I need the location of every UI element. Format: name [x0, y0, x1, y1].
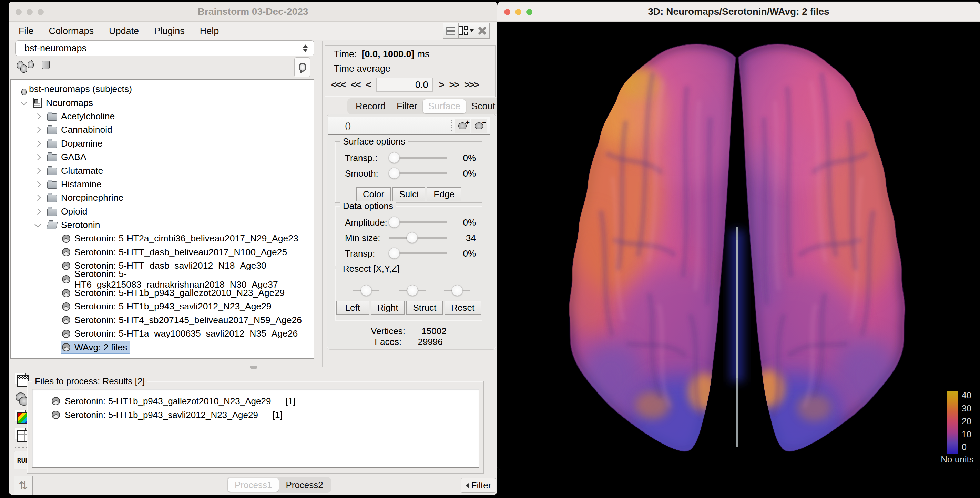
remove-surface-button[interactable]: −	[471, 119, 487, 133]
panel-divider[interactable]	[322, 41, 323, 367]
data-option-slider[interactable]	[389, 237, 447, 239]
horizontal-splitter[interactable]	[9, 364, 497, 369]
close-window-button[interactable]	[16, 9, 22, 15]
zoom-window-button[interactable]	[526, 9, 532, 15]
filter-button[interactable]: Filter	[461, 478, 496, 493]
surface-option-slider[interactable]	[389, 172, 447, 174]
time-back-button[interactable]: <<<	[331, 80, 345, 90]
data-option-slider[interactable]	[389, 222, 447, 223]
reset-button[interactable]: Reset	[444, 301, 481, 314]
tree-item[interactable]: GABA	[11, 150, 314, 164]
tab-surface[interactable]: Surface	[423, 99, 466, 113]
minimize-window-button[interactable]	[27, 9, 33, 15]
close-all-figures-button[interactable]	[474, 23, 490, 38]
window-layout-button[interactable]	[458, 23, 474, 38]
struct-button[interactable]: Struct	[406, 301, 443, 314]
brain-3d-render[interactable]	[539, 34, 935, 455]
chevron-right-icon[interactable]	[35, 140, 41, 147]
tree-item[interactable]: Serotonin	[11, 218, 314, 232]
chevron-right-icon[interactable]	[35, 208, 41, 214]
add-surface-button[interactable]: +	[455, 119, 470, 133]
menu-update[interactable]: Update	[109, 26, 139, 37]
chevron-right-icon[interactable]	[35, 154, 41, 160]
tree-item[interactable]: Opioid	[11, 205, 314, 218]
figure-titlebar[interactable]: 3D: Neuromaps/Serotonin/WAvg: 2 files	[497, 2, 980, 22]
tree-item[interactable]: WAvg: 2 files	[11, 340, 314, 354]
slider-knob-icon[interactable]	[452, 285, 463, 296]
chevron-right-icon[interactable]	[35, 168, 41, 174]
figure-list-button[interactable]	[443, 23, 459, 38]
tree-item[interactable]: Acetylcholine	[11, 110, 314, 123]
resect-slider[interactable]	[444, 290, 470, 291]
tree-item[interactable]: Serotonin: 5-HT6_gsk215083_radnakrishnan…	[11, 273, 314, 286]
tree-item[interactable]: Serotonin: 5-HT1b_p943_gallezot2010_N23_…	[11, 286, 314, 300]
tree-item[interactable]: Serotonin: 5-HTT_dasb_beliveau2017_N100_…	[11, 246, 314, 259]
slider-knob-icon[interactable]	[361, 285, 372, 296]
chevron-right-icon[interactable]	[35, 113, 41, 119]
zoom-window-button[interactable]	[38, 9, 44, 15]
tree-item[interactable]: Dopamine	[11, 137, 314, 150]
slider-knob-icon[interactable]	[389, 217, 400, 228]
tab-filter[interactable]: Filter	[391, 99, 423, 113]
tab-record[interactable]: Record	[350, 99, 391, 113]
tree-item[interactable]: Serotonin: 5-HT4_sb207145_beliveau2017_N…	[11, 313, 314, 327]
slider-knob-icon[interactable]	[407, 232, 418, 243]
delete-button[interactable]	[46, 61, 59, 73]
tab-process1[interactable]: Process1	[228, 478, 279, 492]
stepper-icon[interactable]	[303, 45, 308, 52]
time-forward-button[interactable]: >	[439, 80, 444, 90]
minimize-window-button[interactable]	[515, 9, 521, 15]
left-button[interactable]: Left	[336, 301, 369, 314]
edit-subject-button[interactable]	[16, 61, 29, 73]
brainstorm-titlebar[interactable]: Brainstorm 03-Dec-2023	[9, 2, 497, 22]
tab-process2[interactable]: Process2	[279, 478, 330, 492]
chevron-down-icon[interactable]	[35, 221, 41, 227]
time-forward-button[interactable]: >>>	[464, 80, 478, 90]
3d-viewport[interactable]: 403020100 No units	[497, 22, 980, 470]
data-option-slider[interactable]	[389, 252, 447, 254]
menu-colormaps[interactable]: Colormaps	[49, 26, 94, 37]
tree-item[interactable]: Norepinephrine	[11, 191, 314, 204]
slider-knob-icon[interactable]	[407, 285, 418, 296]
tree-item[interactable]: Neuromaps	[11, 96, 314, 109]
sulci-button[interactable]: Sulci	[393, 187, 425, 201]
menu-help[interactable]: Help	[200, 26, 219, 37]
search-button[interactable]	[294, 57, 310, 77]
surface-option-slider[interactable]	[389, 157, 447, 159]
time-forward-button[interactable]: >>	[449, 80, 459, 90]
menu-file[interactable]: File	[19, 26, 34, 37]
file-list-item[interactable]: Serotonin: 5-HT1b_p943_savli2012_N23_Age…	[32, 408, 479, 422]
time-back-button[interactable]: <<	[351, 80, 360, 90]
chevron-right-icon[interactable]	[35, 195, 41, 201]
right-button[interactable]: Right	[371, 301, 405, 314]
resect-slider[interactable]	[353, 290, 379, 291]
folder-icon	[47, 168, 57, 175]
color-button[interactable]: Color	[356, 187, 391, 201]
chevron-right-icon[interactable]	[35, 181, 41, 187]
menu-plugins[interactable]: Plugins	[154, 26, 185, 37]
slider-knob-icon[interactable]	[389, 247, 400, 259]
tree-item[interactable]: Cannabinoid	[11, 123, 314, 137]
tree-item[interactable]: Serotonin: 5-HT2a_cimbi36_beliveau2017_N…	[11, 232, 314, 245]
tree-item[interactable]: bst-neuromaps (subjects)	[11, 82, 314, 96]
tree-item[interactable]: Serotonin: 5-HT1a_way100635_savli2012_N3…	[11, 327, 314, 340]
colorbar[interactable]	[947, 391, 958, 453]
file-list-item[interactable]: Serotonin: 5-HT1b_p943_gallezot2010_N23_…	[32, 394, 479, 408]
tree-item[interactable]: Histamine	[11, 177, 314, 191]
chevron-down-icon[interactable]	[21, 99, 27, 105]
tree-item[interactable]: Serotonin: 5-HT1b_p943_savli2012_N23_Age…	[11, 300, 314, 313]
files-listbox[interactable]: Serotonin: 5-HT1b_p943_gallezot2010_N23_…	[32, 389, 479, 468]
protocol-selector[interactable]: bst-neuromaps	[15, 40, 314, 56]
time-value-field[interactable]	[376, 78, 433, 92]
resect-slider[interactable]	[399, 290, 426, 291]
tab-scout[interactable]: Scout	[466, 99, 497, 113]
edge-button[interactable]: Edge	[427, 187, 461, 201]
surface-selector-row[interactable]: () + −	[328, 117, 490, 134]
tree-item[interactable]: Glutamate	[11, 164, 314, 177]
slider-knob-icon[interactable]	[389, 152, 400, 163]
slider-knob-icon[interactable]	[389, 168, 400, 179]
reload-button[interactable]: ⇅	[14, 476, 33, 495]
time-back-button[interactable]: <	[366, 80, 371, 90]
close-window-button[interactable]	[504, 9, 510, 15]
chevron-right-icon[interactable]	[35, 127, 41, 133]
